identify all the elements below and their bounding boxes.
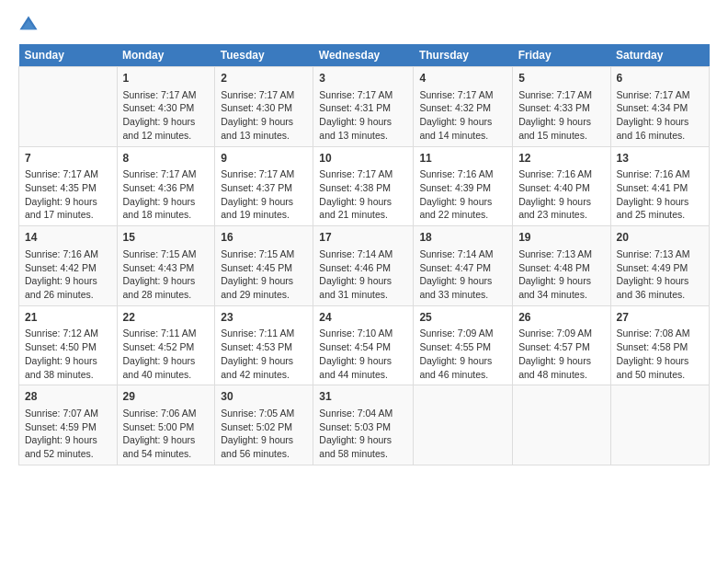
- calendar-cell: 9Sunrise: 7:17 AMSunset: 4:37 PMDaylight…: [215, 146, 313, 226]
- calendar-cell: 3Sunrise: 7:17 AMSunset: 4:31 PMDaylight…: [313, 67, 414, 147]
- calendar-cell: 22Sunrise: 7:11 AMSunset: 4:52 PMDayligh…: [117, 305, 215, 385]
- calendar-cell: 2Sunrise: 7:17 AMSunset: 4:30 PMDaylight…: [215, 67, 313, 147]
- day-number: 7: [25, 151, 111, 167]
- calendar-cell: 6Sunrise: 7:17 AMSunset: 4:34 PMDaylight…: [610, 67, 709, 147]
- calendar-cell: 11Sunrise: 7:16 AMSunset: 4:39 PMDayligh…: [414, 146, 513, 226]
- calendar-week-row: 28Sunrise: 7:07 AMSunset: 4:59 PMDayligh…: [19, 385, 710, 465]
- calendar-cell: 29Sunrise: 7:06 AMSunset: 5:00 PMDayligh…: [117, 385, 215, 465]
- calendar-cell: 12Sunrise: 7:16 AMSunset: 4:40 PMDayligh…: [513, 146, 610, 226]
- calendar-cell: 7Sunrise: 7:17 AMSunset: 4:35 PMDaylight…: [19, 146, 118, 226]
- day-number: 2: [221, 71, 307, 86]
- calendar-table: SundayMondayTuesdayWednesdayThursdayFrid…: [18, 44, 710, 465]
- day-number: 29: [123, 389, 210, 405]
- weekday-header-thursday: Thursday: [414, 44, 513, 67]
- calendar-cell: 18Sunrise: 7:14 AMSunset: 4:47 PMDayligh…: [414, 226, 513, 306]
- calendar-cell: [19, 67, 118, 147]
- weekday-header-row: SundayMondayTuesdayWednesdayThursdayFrid…: [19, 44, 710, 67]
- logo-icon: [18, 15, 39, 35]
- logo: [18, 15, 40, 35]
- weekday-header-friday: Friday: [513, 44, 610, 67]
- calendar-cell: [610, 385, 709, 465]
- calendar-cell: 17Sunrise: 7:14 AMSunset: 4:46 PMDayligh…: [313, 226, 414, 306]
- calendar-cell: 23Sunrise: 7:11 AMSunset: 4:53 PMDayligh…: [215, 305, 313, 385]
- day-number: 17: [319, 230, 407, 246]
- day-number: 21: [25, 310, 111, 326]
- calendar-cell: 21Sunrise: 7:12 AMSunset: 4:50 PMDayligh…: [19, 305, 118, 385]
- day-number: 4: [419, 71, 506, 86]
- day-number: 20: [617, 230, 703, 246]
- day-number: 30: [221, 389, 307, 405]
- day-number: 1: [123, 71, 210, 86]
- day-number: 28: [25, 389, 111, 405]
- day-number: 19: [518, 230, 604, 246]
- day-number: 10: [319, 151, 407, 167]
- day-number: 15: [123, 230, 210, 246]
- day-number: 9: [221, 151, 307, 167]
- calendar-week-row: 14Sunrise: 7:16 AMSunset: 4:42 PMDayligh…: [19, 226, 710, 306]
- day-number: 18: [419, 230, 506, 246]
- weekday-header-wednesday: Wednesday: [313, 44, 414, 67]
- day-number: 12: [518, 151, 604, 167]
- day-number: 24: [319, 310, 407, 326]
- calendar-cell: 19Sunrise: 7:13 AMSunset: 4:48 PMDayligh…: [513, 226, 610, 306]
- day-number: 26: [518, 310, 604, 326]
- calendar-cell: 1Sunrise: 7:17 AMSunset: 4:30 PMDaylight…: [117, 67, 215, 147]
- weekday-header-monday: Monday: [117, 44, 215, 67]
- calendar-cell: 28Sunrise: 7:07 AMSunset: 4:59 PMDayligh…: [19, 385, 118, 465]
- weekday-header-sunday: Sunday: [19, 44, 118, 67]
- day-number: 16: [221, 230, 307, 246]
- calendar-cell: 16Sunrise: 7:15 AMSunset: 4:45 PMDayligh…: [215, 226, 313, 306]
- calendar-cell: 4Sunrise: 7:17 AMSunset: 4:32 PMDaylight…: [414, 67, 513, 147]
- page-container: SundayMondayTuesdayWednesdayThursdayFrid…: [0, 0, 728, 475]
- calendar-cell: 27Sunrise: 7:08 AMSunset: 4:58 PMDayligh…: [610, 305, 709, 385]
- calendar-cell: 24Sunrise: 7:10 AMSunset: 4:54 PMDayligh…: [313, 305, 414, 385]
- calendar-cell: [513, 385, 610, 465]
- calendar-week-row: 7Sunrise: 7:17 AMSunset: 4:35 PMDaylight…: [19, 146, 710, 226]
- weekday-header-saturday: Saturday: [610, 44, 709, 67]
- day-number: 6: [617, 71, 703, 86]
- day-number: 23: [221, 310, 307, 326]
- day-number: 3: [319, 71, 407, 86]
- calendar-cell: 10Sunrise: 7:17 AMSunset: 4:38 PMDayligh…: [313, 146, 414, 226]
- calendar-cell: 30Sunrise: 7:05 AMSunset: 5:02 PMDayligh…: [215, 385, 313, 465]
- calendar-cell: [414, 385, 513, 465]
- day-number: 14: [25, 230, 111, 246]
- calendar-cell: 25Sunrise: 7:09 AMSunset: 4:55 PMDayligh…: [414, 305, 513, 385]
- weekday-header-tuesday: Tuesday: [215, 44, 313, 67]
- page-header: [18, 15, 710, 35]
- calendar-cell: 14Sunrise: 7:16 AMSunset: 4:42 PMDayligh…: [19, 226, 118, 306]
- calendar-cell: 5Sunrise: 7:17 AMSunset: 4:33 PMDaylight…: [513, 67, 610, 147]
- calendar-cell: 31Sunrise: 7:04 AMSunset: 5:03 PMDayligh…: [313, 385, 414, 465]
- calendar-week-row: 21Sunrise: 7:12 AMSunset: 4:50 PMDayligh…: [19, 305, 710, 385]
- day-number: 22: [123, 310, 210, 326]
- day-number: 13: [617, 151, 703, 167]
- day-number: 25: [419, 310, 506, 326]
- day-number: 8: [123, 151, 210, 167]
- calendar-week-row: 1Sunrise: 7:17 AMSunset: 4:30 PMDaylight…: [19, 67, 710, 147]
- calendar-cell: 20Sunrise: 7:13 AMSunset: 4:49 PMDayligh…: [610, 226, 709, 306]
- calendar-cell: 13Sunrise: 7:16 AMSunset: 4:41 PMDayligh…: [610, 146, 709, 226]
- day-number: 11: [419, 151, 506, 167]
- day-number: 27: [617, 310, 703, 326]
- calendar-cell: 26Sunrise: 7:09 AMSunset: 4:57 PMDayligh…: [513, 305, 610, 385]
- day-number: 31: [319, 389, 407, 405]
- calendar-cell: 8Sunrise: 7:17 AMSunset: 4:36 PMDaylight…: [117, 146, 215, 226]
- day-number: 5: [518, 71, 604, 86]
- calendar-cell: 15Sunrise: 7:15 AMSunset: 4:43 PMDayligh…: [117, 226, 215, 306]
